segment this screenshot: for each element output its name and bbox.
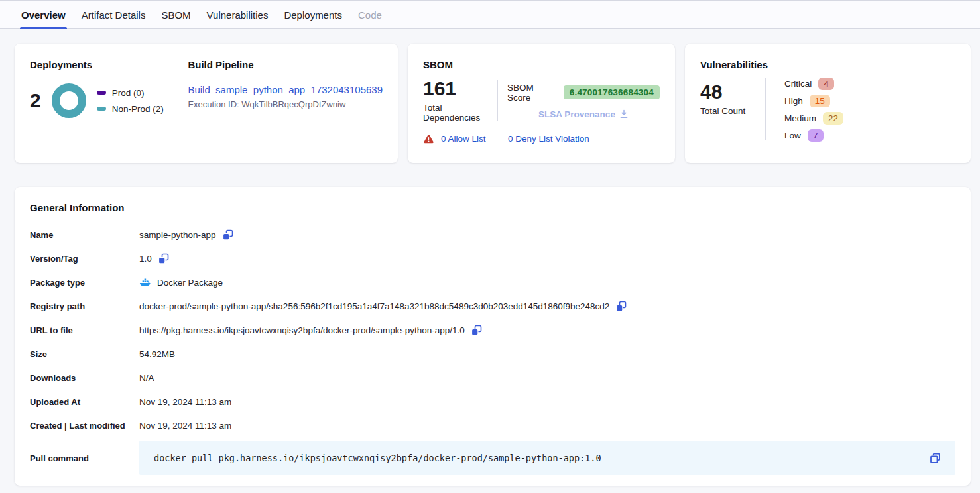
- critical-label: Critical: [784, 79, 812, 89]
- build-pipeline-section: Build Pipeline Build_sample_python_app_1…: [172, 59, 383, 148]
- download-icon: [619, 109, 629, 119]
- severity-row-medium: Medium 22: [784, 111, 843, 125]
- general-information-card: General Information Name sample-python-a…: [15, 187, 971, 486]
- prod-label: Prod (0): [112, 88, 145, 98]
- pipeline-link[interactable]: Build_sample_python_app_1732043105639: [188, 84, 383, 95]
- name-label: Name: [30, 230, 139, 240]
- slsa-provenance-link[interactable]: SLSA Provenance: [538, 109, 629, 119]
- low-label: Low: [784, 131, 801, 140]
- vulnerabilities-title: Vulnerabilities: [700, 59, 955, 70]
- downloads-label: Downloads: [30, 373, 139, 383]
- registry-path-label: Registry path: [30, 301, 139, 311]
- created-modified-value: Nov 19, 2024 11:13 am: [139, 421, 231, 431]
- general-information-title: General Information: [30, 202, 955, 213]
- tab-deployments[interactable]: Deployments: [284, 1, 342, 28]
- tab-sbom[interactable]: SBOM: [161, 1, 190, 28]
- divider: [765, 78, 766, 140]
- url-label: URL to file: [30, 325, 139, 335]
- docker-icon: [139, 278, 151, 287]
- divider: [497, 133, 498, 145]
- package-type-value: Docker Package: [157, 278, 223, 288]
- size-label: Size: [30, 349, 139, 359]
- execution-id: Execution ID: WqkTilbBRqecQrpDtZwniw: [188, 99, 383, 109]
- size-value: 54.92MB: [139, 349, 175, 359]
- allow-list-link[interactable]: 0 Allow List: [441, 134, 486, 144]
- low-count-badge: 7: [808, 129, 824, 142]
- deployments-card: Deployments 2 Prod (0) Non-Prod (2) Buil…: [15, 44, 398, 163]
- slsa-provenance-label: SLSA Provenance: [538, 109, 615, 119]
- version-value: 1.0: [139, 254, 152, 264]
- severity-row-high: High 15: [784, 94, 843, 107]
- deployments-title: Deployments: [30, 59, 172, 70]
- info-row-pull-command: Pull command docker pull pkg.harness.io/…: [30, 441, 955, 475]
- copy-icon[interactable]: [222, 229, 233, 241]
- info-row-created-modified: Created | Last modified Nov 19, 2024 11:…: [30, 413, 955, 437]
- info-row-package-type: Package type Docker Package: [30, 270, 955, 294]
- copy-icon[interactable]: [158, 253, 169, 264]
- vulnerabilities-total: 48: [700, 82, 765, 102]
- sbom-score-badge: 6.470017636684304: [564, 85, 660, 99]
- nonprod-swatch: [97, 107, 106, 111]
- tab-vulnerabilities[interactable]: Vulnerabilities: [207, 1, 269, 28]
- info-row-downloads: Downloads N/A: [30, 366, 955, 390]
- prod-swatch: [97, 91, 106, 95]
- pull-command-box: docker pull pkg.harness.io/ikpsjoavtcwxn…: [139, 441, 955, 475]
- info-row-version: Version/Tag 1.0: [30, 246, 955, 270]
- severity-list: Critical 4 High 15 Medium 22 Low 7: [775, 77, 843, 142]
- deployments-legend: Prod (0) Non-Prod (2): [97, 88, 164, 114]
- sbom-score-label: SBOM Score: [507, 83, 558, 103]
- sbom-title: SBOM: [423, 59, 660, 70]
- sbom-total-label: Total Dependencies: [423, 103, 497, 123]
- build-pipeline-title: Build Pipeline: [188, 59, 383, 70]
- artifact-overview-page: Overview Artifact Details SBOM Vulnerabi…: [0, 0, 980, 493]
- legend-item-prod: Prod (0): [97, 88, 164, 98]
- version-label: Version/Tag: [30, 254, 139, 264]
- tab-overview[interactable]: Overview: [21, 1, 66, 28]
- copy-outline-icon[interactable]: [930, 453, 941, 464]
- medium-count-badge: 22: [823, 112, 843, 125]
- uploaded-at-label: Uploaded At: [30, 397, 139, 407]
- sbom-card: SBOM 161 Total Dependencies SBOM Score 6…: [408, 44, 675, 163]
- copy-icon[interactable]: [471, 325, 482, 336]
- name-value: sample-python-app: [139, 230, 216, 240]
- downloads-value: N/A: [139, 373, 154, 383]
- severity-row-critical: Critical 4: [784, 77, 843, 90]
- info-row-uploaded-at: Uploaded At Nov 19, 2024 11:13 am: [30, 390, 955, 413]
- info-row-url: URL to file https://pkg.harness.io/ikpsj…: [30, 318, 955, 342]
- medium-label: Medium: [784, 113, 816, 123]
- legend-item-nonprod: Non-Prod (2): [97, 104, 164, 114]
- sbom-total: 161: [423, 79, 497, 99]
- pull-command-label: Pull command: [30, 453, 139, 463]
- deployments-section: Deployments 2 Prod (0) Non-Prod (2): [30, 59, 172, 148]
- high-label: High: [784, 96, 803, 106]
- copy-icon[interactable]: [615, 301, 627, 312]
- info-row-name: Name sample-python-app: [30, 223, 955, 246]
- deny-list-link[interactable]: 0 Deny List Violation: [508, 134, 589, 144]
- tab-code: Code: [358, 1, 382, 28]
- tab-bar: Overview Artifact Details SBOM Vulnerabi…: [0, 0, 980, 29]
- divider: [497, 80, 498, 121]
- info-row-registry-path: Registry path docker-prod/sample-python-…: [30, 294, 955, 318]
- high-count-badge: 15: [810, 95, 830, 107]
- created-modified-label: Created | Last modified: [30, 421, 139, 431]
- url-value: https://pkg.harness.io/ikpsjoavtcwxnqisy…: [139, 325, 465, 335]
- info-row-size: Size 54.92MB: [30, 342, 955, 366]
- tab-artifact-details[interactable]: Artifact Details: [82, 1, 146, 28]
- deployments-total: 2: [30, 91, 41, 111]
- uploaded-at-value: Nov 19, 2024 11:13 am: [139, 397, 231, 407]
- severity-row-low: Low 7: [784, 129, 843, 142]
- nonprod-label: Non-Prod (2): [112, 104, 164, 114]
- package-type-label: Package type: [30, 278, 139, 288]
- vulnerabilities-total-label: Total Count: [700, 106, 765, 116]
- registry-path-value: docker-prod/sample-python-app/sha256:596…: [139, 301, 609, 311]
- pull-command-value: docker pull pkg.harness.io/ikpsjoavtcwxn…: [154, 453, 601, 463]
- critical-count-badge: 4: [818, 78, 834, 90]
- vulnerabilities-card: Vulnerabilities 48 Total Count Critical …: [685, 44, 971, 163]
- warning-icon: [423, 134, 434, 144]
- deployments-donut-chart: [52, 83, 86, 118]
